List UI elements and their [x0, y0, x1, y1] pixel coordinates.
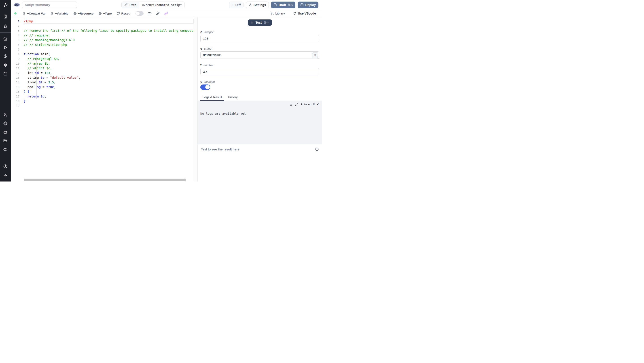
- app-sidebar: [0, 0, 11, 181]
- tab-logs-result[interactable]: Logs & Result: [200, 94, 224, 101]
- add-variable-button[interactable]: +Variable: [48, 10, 70, 16]
- sidebar-item-workers[interactable]: [2, 129, 9, 135]
- add-resource-button[interactable]: +Resource: [71, 10, 96, 16]
- multiplayer-users-icon[interactable]: [146, 10, 153, 16]
- line-number: 13: [11, 75, 24, 80]
- code-line-14: 14 float $f = 3.5,: [11, 80, 194, 85]
- plus-minus-icon: ±: [232, 3, 234, 6]
- line-number: 3: [11, 28, 24, 33]
- draft-shortcut: ⌘S: [288, 3, 293, 7]
- f-value-input[interactable]: [200, 68, 319, 75]
- library-button[interactable]: Library: [268, 10, 287, 16]
- field-name: f: [200, 63, 202, 67]
- sidebar-item-account[interactable]: [2, 111, 9, 118]
- code-line-1: 1<?php: [11, 19, 194, 24]
- diff-button[interactable]: ± Diff: [229, 1, 244, 8]
- field-type: number: [204, 63, 213, 67]
- code-text: bool $g = true,: [24, 85, 194, 89]
- add-type-button[interactable]: +Type: [96, 10, 114, 16]
- php-language-badge: php: [14, 3, 20, 6]
- sidebar-item-favorites[interactable]: [2, 23, 9, 29]
- sidebar-item-runs[interactable]: [2, 44, 9, 50]
- diff-mode-toggle[interactable]: [136, 11, 144, 16]
- panel-tabs: Logs & ResultHistory: [198, 94, 322, 101]
- code-line-6: 6// // stripe/stripe-php: [11, 42, 194, 47]
- settings-button[interactable]: Settings: [246, 1, 269, 8]
- tab-history[interactable]: History: [226, 94, 240, 101]
- topbar: php Path u/henri/honored_script ± Diff: [11, 0, 322, 10]
- edit-pencil-icon: [124, 3, 128, 6]
- sidebar-item-home[interactable]: [2, 35, 9, 42]
- line-number: 18: [11, 99, 24, 103]
- reset-icon: [116, 12, 120, 15]
- code-line-8: 8function main(: [11, 52, 194, 56]
- dollar-icon: [50, 12, 54, 15]
- expand-logs-icon[interactable]: [295, 103, 298, 106]
- code-line-4: 4// // require:: [11, 33, 194, 38]
- library-icon: [270, 12, 274, 15]
- line-number: 16: [11, 89, 24, 94]
- code-line-18: 18}: [11, 99, 194, 103]
- package-icon: [98, 12, 102, 15]
- status-dot: [14, 12, 16, 14]
- editor-horizontal-scrollbar[interactable]: [24, 179, 186, 181]
- g-boolean-toggle[interactable]: [200, 84, 210, 90]
- code-text: function main(: [24, 52, 194, 56]
- code-text: [24, 24, 194, 28]
- textarea-resize-handle[interactable]: [317, 56, 319, 58]
- code-text: }: [24, 99, 194, 103]
- code-text: [24, 103, 194, 108]
- expand-sidebar-button[interactable]: [2, 173, 9, 179]
- code-line-13: 13 string $e = "default value",: [11, 75, 194, 80]
- auto-scroll-label: Auto scroll: [300, 103, 314, 106]
- script-summary-input[interactable]: [22, 1, 77, 8]
- panel-resize-handle[interactable]: [194, 17, 198, 181]
- sidebar-item-variables[interactable]: [2, 53, 9, 59]
- e-value-textarea[interactable]: [200, 51, 319, 59]
- code-line-7: 7: [11, 47, 194, 52]
- sidebar-item-folders[interactable]: [2, 138, 9, 144]
- path-value: u/henri/honored_script: [139, 2, 185, 8]
- d-value-input[interactable]: [200, 35, 319, 42]
- windmill-logo-icon: [3, 2, 8, 7]
- code-line-11: 11 // object $c,: [11, 66, 194, 71]
- sidebar-item-settings[interactable]: [2, 120, 9, 126]
- arguments-form: Test ⌘↵ dintegerestring$fnumbergboolean: [198, 17, 322, 90]
- download-logs-icon[interactable]: [289, 103, 293, 106]
- format-code-brush-icon[interactable]: [154, 10, 162, 16]
- save-icon: [274, 3, 277, 6]
- sidebar-item-resources[interactable]: [2, 62, 9, 68]
- code-line-2: 2: [11, 24, 194, 28]
- sidebar-item-schedules[interactable]: [2, 70, 9, 77]
- script-path-field[interactable]: Path u/henri/honored_script: [122, 1, 185, 8]
- sidebar-item-audit-logs[interactable]: [2, 146, 9, 153]
- test-run-button[interactable]: Test ⌘↵: [248, 19, 272, 26]
- auto-scroll-checkbox[interactable]: ✔: [317, 103, 319, 106]
- code-text: <?php: [24, 19, 194, 24]
- code-line-17: 17 return $d;: [11, 94, 194, 99]
- code-editor[interactable]: 1<?php23// remove the first // of the fo…: [11, 17, 194, 181]
- help-button[interactable]: [2, 163, 9, 169]
- line-number: 6: [11, 42, 24, 47]
- line-number: 12: [11, 71, 24, 75]
- path-label: Path: [130, 3, 136, 7]
- indent-guide: [36, 56, 37, 99]
- field-type: boolean: [204, 80, 215, 83]
- save-draft-button[interactable]: Draft ⌘S: [271, 1, 296, 8]
- save-icon: [300, 3, 304, 6]
- field-name: d: [200, 30, 202, 34]
- deploy-button[interactable]: Deploy: [298, 1, 318, 8]
- ai-assistant-sparkles-icon[interactable]: [162, 10, 170, 16]
- line-number: 5: [11, 38, 24, 42]
- info-icon[interactable]: [315, 147, 319, 151]
- line-number: 17: [11, 94, 24, 99]
- content-split: 1<?php23// remove the first // of the fo…: [11, 17, 322, 181]
- use-vscode-button[interactable]: Use VScode: [291, 10, 318, 16]
- play-icon: [251, 21, 254, 24]
- sidebar-item-workspace[interactable]: [2, 13, 9, 20]
- reset-button[interactable]: Reset: [114, 10, 132, 16]
- add-context-var-button[interactable]: +Context Var: [20, 10, 48, 16]
- line-number: 7: [11, 47, 24, 52]
- result-section: Test to see the result here: [198, 144, 322, 181]
- field-d: dinteger: [200, 30, 319, 42]
